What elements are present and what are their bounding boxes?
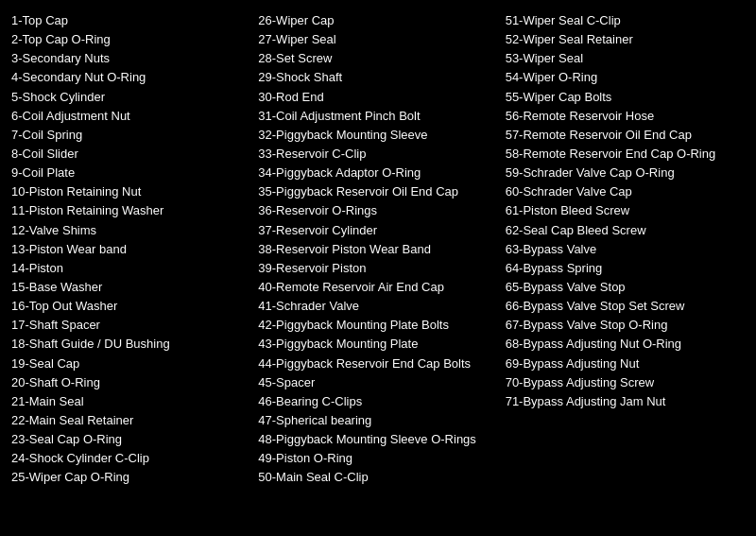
- list-item: 32-Piggyback Mounting Sleeve: [258, 126, 493, 145]
- list-item: 67-Bypass Valve Stop O-Ring: [506, 316, 741, 335]
- list-item: 43-Piggyback Mounting Plate: [258, 335, 493, 354]
- list-item: 10-Piston Retaining Nut: [11, 182, 247, 201]
- list-item: 58-Remote Reservoir End Cap O-Ring: [506, 145, 741, 164]
- list-item: 48-Piggyback Mounting Sleeve O-Rings: [258, 430, 493, 449]
- list-item: 54-Wiper O-Ring: [506, 68, 741, 87]
- list-item: 28-Set Screw: [258, 49, 493, 68]
- list-item: 31-Coil Adjustment Pinch Bolt: [258, 107, 493, 126]
- list-item: 17-Shaft Spacer: [11, 316, 247, 335]
- column-3: 51-Wiper Seal C-Clip52-Wiper Seal Retain…: [500, 11, 747, 488]
- list-item: 33-Reservoir C-Clip: [258, 145, 493, 164]
- list-item: 3-Secondary Nuts: [11, 49, 247, 68]
- list-item: 60-Schrader Valve Cap: [506, 182, 741, 201]
- column-1: 1-Top Cap2-Top Cap O-Ring3-Secondary Nut…: [9, 11, 252, 488]
- list-item: 71-Bypass Adjusting Jam Nut: [506, 392, 741, 411]
- list-item: 61-Piston Bleed Screw: [506, 201, 741, 220]
- list-item: 55-Wiper Cap Bolts: [506, 88, 741, 107]
- list-item: 42-Piggyback Mounting Plate Bolts: [258, 316, 493, 335]
- list-item: 68-Bypass Adjusting Nut O-Ring: [506, 335, 741, 354]
- list-item: 18-Shaft Guide / DU Bushing: [11, 335, 247, 354]
- list-item: 47-Spherical bearing: [258, 411, 493, 430]
- list-item: 50-Main Seal C-Clip: [258, 468, 493, 487]
- list-item: 27-Wiper Seal: [258, 30, 493, 49]
- list-item: 2-Top Cap O-Ring: [11, 30, 247, 49]
- list-item: 7-Coil Spring: [11, 126, 247, 145]
- list-item: 13-Piston Wear band: [11, 240, 247, 259]
- list-item: 65-Bypass Valve Stop: [506, 278, 741, 297]
- list-item: 56-Remote Reservoir Hose: [506, 107, 741, 126]
- list-item: 5-Shock Cylinder: [11, 88, 247, 107]
- list-item: 46-Bearing C-Clips: [258, 392, 493, 411]
- list-item: 44-Piggyback Reservoir End Cap Bolts: [258, 354, 493, 373]
- list-item: 37-Reservoir Cylinder: [258, 221, 493, 240]
- list-item: 36-Reservoir O-Rings: [258, 201, 493, 220]
- list-item: 70-Bypass Adjusting Screw: [506, 373, 741, 392]
- list-item: 62-Seal Cap Bleed Screw: [506, 221, 741, 240]
- list-item: 30-Rod End: [258, 88, 493, 107]
- list-item: 8-Coil Slider: [11, 145, 247, 164]
- parts-list: 1-Top Cap2-Top Cap O-Ring3-Secondary Nut…: [9, 11, 747, 488]
- list-item: 15-Base Washer: [11, 278, 247, 297]
- list-item: 14-Piston: [11, 259, 247, 278]
- list-item: 11-Piston Retaining Washer: [11, 201, 247, 220]
- list-item: 24-Shock Cylinder C-Clip: [11, 449, 247, 468]
- list-item: 63-Bypass Valve: [506, 240, 741, 259]
- list-item: 69-Bypass Adjusting Nut: [506, 354, 741, 373]
- list-item: 23-Seal Cap O-Ring: [11, 430, 247, 449]
- list-item: 26-Wiper Cap: [258, 11, 493, 30]
- list-item: 59-Schrader Valve Cap O-Ring: [506, 164, 741, 182]
- list-item: 57-Remote Reservoir Oil End Cap: [506, 126, 741, 145]
- list-item: 40-Remote Reservoir Air End Cap: [258, 278, 493, 297]
- list-item: 25-Wiper Cap O-Ring: [11, 468, 247, 487]
- list-item: 35-Piggyback Reservoir Oil End Cap: [258, 182, 493, 201]
- list-item: 12-Valve Shims: [11, 221, 247, 240]
- list-item: 9-Coil Plate: [11, 164, 247, 182]
- column-2: 26-Wiper Cap27-Wiper Seal28-Set Screw29-…: [252, 11, 499, 488]
- list-item: 52-Wiper Seal Retainer: [506, 30, 741, 49]
- list-item: 34-Piggyback Adaptor O-Ring: [258, 164, 493, 182]
- list-item: 41-Schrader Valve: [258, 297, 493, 316]
- list-item: 16-Top Out Washer: [11, 297, 247, 316]
- list-item: 66-Bypass Valve Stop Set Screw: [506, 297, 741, 316]
- list-item: 20-Shaft O-Ring: [11, 373, 247, 392]
- list-item: 39-Reservoir Piston: [258, 259, 493, 278]
- list-item: 49-Piston O-Ring: [258, 449, 493, 468]
- list-item: 53-Wiper Seal: [506, 49, 741, 68]
- list-item: 29-Shock Shaft: [258, 68, 493, 87]
- list-item: 21-Main Seal: [11, 392, 247, 411]
- list-item: 64-Bypass Spring: [506, 259, 741, 278]
- list-item: 4-Secondary Nut O-Ring: [11, 68, 247, 87]
- list-item: 6-Coil Adjustment Nut: [11, 107, 247, 126]
- list-item: 1-Top Cap: [11, 11, 247, 30]
- list-item: 51-Wiper Seal C-Clip: [506, 11, 741, 30]
- list-item: 19-Seal Cap: [11, 354, 247, 373]
- list-item: 38-Reservoir Piston Wear Band: [258, 240, 493, 259]
- list-item: 45-Spacer: [258, 373, 493, 392]
- list-item: 22-Main Seal Retainer: [11, 411, 247, 430]
